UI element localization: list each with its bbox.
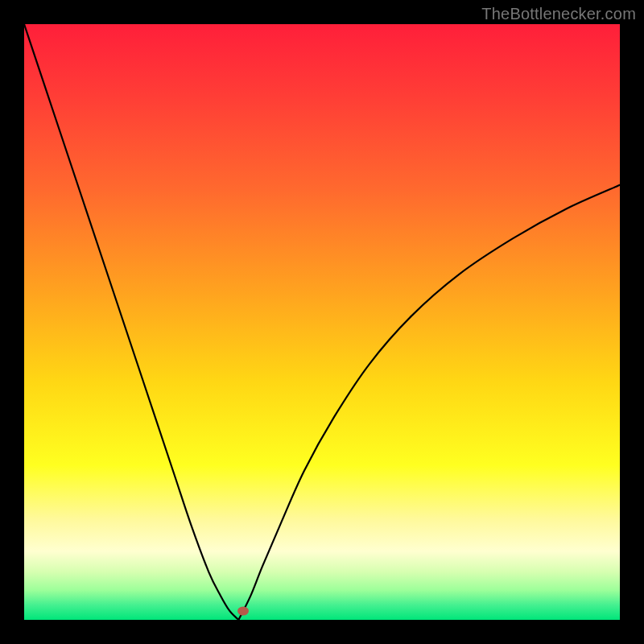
- curve-layer: [24, 24, 620, 620]
- minimum-marker: [237, 606, 249, 615]
- watermark-text: TheBottlenecker.com: [481, 5, 636, 23]
- curve-left-branch: [24, 24, 238, 620]
- chart-frame: TheBottlenecker.com: [0, 0, 644, 644]
- curve-right-branch: [238, 185, 620, 620]
- plot-area: [24, 24, 620, 620]
